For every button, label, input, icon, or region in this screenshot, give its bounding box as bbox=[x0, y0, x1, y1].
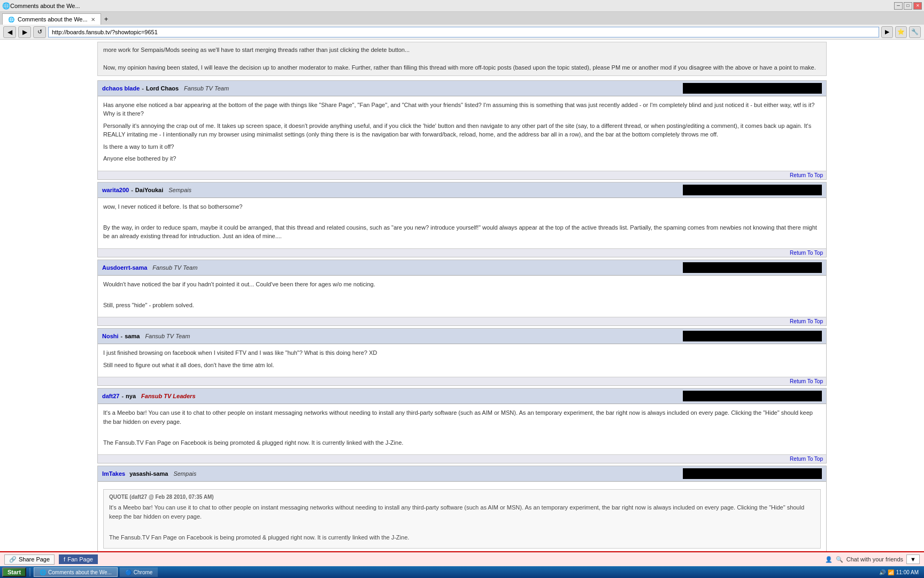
return-to-top-link-dchaos[interactable]: Return To Top bbox=[790, 172, 823, 178]
author-role-ausdoerrt: Fansub TV Team bbox=[152, 264, 197, 271]
post-header-left-ausdoerrt: Ausdoerrt-sama Fansub TV Team bbox=[102, 264, 197, 271]
post-body-imtakes: QUOTE (daft27 @ Feb 28 2010, 07:35 AM) I… bbox=[98, 482, 826, 551]
return-to-top-link-daft27[interactable]: Return To Top bbox=[790, 456, 823, 462]
author-separator-warita: - bbox=[131, 187, 133, 193]
bookmark-btn[interactable]: ⭐ bbox=[895, 26, 907, 38]
author-name-warita: DaiYoukai bbox=[135, 187, 163, 193]
post-date-noshi[interactable] bbox=[683, 331, 822, 341]
post-body-daft27: It's a Meebo bar! You can use it to chat… bbox=[98, 404, 826, 454]
return-to-top-link-warita[interactable]: Return To Top bbox=[790, 250, 823, 256]
quote-block-imtakes: QUOTE (daft27 @ Feb 28 2010, 07:35 AM) I… bbox=[103, 489, 821, 549]
author-link-ausdoerrt[interactable]: Ausdoerrt-sama bbox=[102, 264, 147, 271]
post-header-left-dchaos: dchaos blade - Lord Chaos Fansub TV Team bbox=[102, 85, 229, 92]
post-body-noshi: I just finished browsing on facebook whe… bbox=[98, 344, 826, 377]
post-header-warita: warita200 - DaiYoukai Sempais bbox=[98, 182, 826, 198]
author-link-daft27[interactable]: daft27 bbox=[102, 393, 119, 399]
post-body-warita-p1: wow, I never noticed it before. Is that … bbox=[103, 202, 821, 211]
post-header-noshi: Noshi - sama Fansub TV Team bbox=[98, 329, 826, 344]
forum-container: more work for Sempais/Mods seeing as we'… bbox=[93, 40, 831, 551]
post-header-daft27: daft27 - nya Fansub TV Leaders bbox=[98, 389, 826, 404]
close-btn[interactable]: ✕ bbox=[913, 2, 922, 10]
go-btn-browser[interactable]: ▶ bbox=[881, 26, 893, 38]
author-name-daft27: nya bbox=[126, 393, 136, 399]
return-to-top-link-ausdoerrt[interactable]: Return To Top bbox=[790, 318, 823, 324]
return-to-top-dchaos[interactable]: Return To Top bbox=[98, 171, 826, 179]
tab-close-icon[interactable]: ✕ bbox=[91, 17, 95, 22]
post-body-dchaos-p1: Has anyone else noticed a bar appearing … bbox=[103, 101, 821, 118]
post-dchaos: dchaos blade - Lord Chaos Fansub TV Team… bbox=[97, 80, 827, 180]
tab-label: Comments about the We... bbox=[18, 16, 88, 22]
post-noshi: Noshi - sama Fansub TV Team I just finis… bbox=[97, 328, 827, 386]
post-body-warita: wow, I never noticed it before. Is that … bbox=[98, 198, 826, 248]
post-body-dchaos-p3: Is there a way to turn it off? bbox=[103, 142, 821, 151]
post-body-ausdoerrt-p1: Wouldn't have noticed the bar if you had… bbox=[103, 280, 821, 289]
post-header-left-daft27: daft27 - nya Fansub TV Leaders bbox=[102, 393, 196, 399]
quote-header-imtakes: QUOTE (daft27 @ Feb 28 2010, 07:35 AM) bbox=[109, 493, 815, 501]
quote-line2-imtakes: The Fansub.TV Fan Page on Facebook is be… bbox=[109, 533, 815, 542]
browser-titlebar: 🌐 Comments about the We... ─ □ ✕ bbox=[0, 0, 924, 12]
author-link-noshi[interactable]: Noshi bbox=[102, 333, 119, 339]
post-date-daft27[interactable] bbox=[683, 391, 822, 401]
post-date-warita[interactable] bbox=[683, 185, 822, 195]
address-bar[interactable] bbox=[48, 27, 879, 37]
author-role-dchaos: Fansub TV Team bbox=[184, 85, 229, 92]
post-ausdoerrt: Ausdoerrt-sama Fansub TV Team Wouldn't h… bbox=[97, 260, 827, 326]
author-link-imtakes[interactable]: ImTakes bbox=[102, 470, 125, 477]
tab-icon: 🌐 bbox=[8, 17, 14, 22]
minimize-btn[interactable]: ─ bbox=[894, 2, 903, 10]
return-to-top-daft27[interactable]: Return To Top bbox=[98, 454, 826, 463]
return-to-top-warita[interactable]: Return To Top bbox=[98, 248, 826, 257]
post-body-noshi-p1: I just finished browsing on facebook whe… bbox=[103, 348, 821, 358]
post-body-dchaos-p2: Personally it's annoying the crap out of… bbox=[103, 121, 821, 139]
post-header-ausdoerrt: Ausdoerrt-sama Fansub TV Team bbox=[98, 260, 826, 276]
post-imtakes: ImTakes yasashi-sama Sempais QUOTE (daft… bbox=[97, 466, 827, 551]
post-body-dchaos: Has anyone else noticed a bar appearing … bbox=[98, 96, 826, 171]
page-content: more work for Sempais/Mods seeing as we'… bbox=[0, 40, 924, 551]
post-body-daft27-p1: It's a Meebo bar! You can use it to chat… bbox=[103, 408, 821, 426]
mod-note-line2: Now, my opinion having been stated, I wi… bbox=[103, 63, 821, 72]
reload-btn[interactable]: ↺ bbox=[33, 26, 46, 38]
post-header-left-warita: warita200 - DaiYoukai Sempais bbox=[102, 187, 191, 193]
post-body-ausdoerrt-p2: Still, press "hide" - problem solved. bbox=[103, 301, 821, 310]
post-body-noshi-p2: Still need to figure out what it all doe… bbox=[103, 361, 821, 370]
quote-line1-imtakes: It's a Meebo bar! You can use it to chat… bbox=[109, 503, 815, 521]
post-header-dchaos: dchaos blade - Lord Chaos Fansub TV Team bbox=[98, 81, 826, 96]
author-link-warita[interactable]: warita200 bbox=[102, 187, 129, 193]
post-header-left-imtakes: ImTakes yasashi-sama Sempais bbox=[102, 470, 196, 477]
author-role-imtakes: Sempais bbox=[173, 470, 196, 477]
author-name-imtakes: yasashi-sama bbox=[129, 470, 168, 477]
author-name-dchaos: Lord Chaos bbox=[146, 85, 179, 92]
post-body-ausdoerrt: Wouldn't have noticed the bar if you had… bbox=[98, 276, 826, 317]
tab-bar: 🌐 Comments about the We... ✕ + bbox=[0, 12, 924, 25]
forward-btn[interactable]: ▶ bbox=[18, 26, 31, 38]
maximize-btn[interactable]: □ bbox=[904, 2, 912, 10]
author-separator-daft27: - bbox=[121, 393, 124, 399]
return-to-top-noshi[interactable]: Return To Top bbox=[98, 377, 826, 385]
settings-btn[interactable]: 🔧 bbox=[909, 26, 921, 38]
return-to-top-link-noshi[interactable]: Return To Top bbox=[790, 378, 823, 384]
author-name-noshi: sama bbox=[125, 333, 140, 339]
post-header-imtakes: ImTakes yasashi-sama Sempais bbox=[98, 466, 826, 482]
post-warita: warita200 - DaiYoukai Sempais wow, I nev… bbox=[97, 182, 827, 257]
post-daft27: daft27 - nya Fansub TV Leaders It's a Me… bbox=[97, 388, 827, 463]
mod-note: more work for Sempais/Mods seeing as we'… bbox=[97, 42, 827, 76]
post-body-dchaos-p4: Anyone else bothered by it? bbox=[103, 154, 821, 163]
back-btn[interactable]: ◀ bbox=[3, 26, 16, 38]
mod-note-line1: more work for Sempais/Mods seeing as we'… bbox=[103, 45, 821, 55]
post-body-daft27-p2: The Fansub.TV Fan Page on Facebook is be… bbox=[103, 438, 821, 447]
return-to-top-ausdoerrt[interactable]: Return To Top bbox=[98, 317, 826, 325]
author-separator-noshi: - bbox=[121, 333, 123, 339]
author-role-warita: Sempais bbox=[168, 187, 191, 193]
author-role-daft27: Fansub TV Leaders bbox=[141, 393, 195, 399]
author-separator-dchaos: - bbox=[142, 85, 144, 92]
browser-toolbar: ◀ ▶ ↺ ▶ ⭐ 🔧 bbox=[0, 25, 924, 40]
new-tab-btn[interactable]: + bbox=[101, 13, 112, 25]
post-body-warita-p2: By the way, in order to reduce spam, may… bbox=[103, 223, 821, 241]
post-date-dchaos[interactable] bbox=[683, 83, 822, 94]
post-date-imtakes[interactable] bbox=[683, 468, 822, 479]
post-date-ausdoerrt[interactable] bbox=[683, 262, 822, 273]
post-header-left-noshi: Noshi - sama Fansub TV Team bbox=[102, 333, 190, 339]
active-tab[interactable]: 🌐 Comments about the We... ✕ bbox=[2, 13, 101, 25]
author-link-dchaos[interactable]: dchaos blade bbox=[102, 85, 140, 92]
browser-icon: 🌐 bbox=[2, 2, 10, 10]
